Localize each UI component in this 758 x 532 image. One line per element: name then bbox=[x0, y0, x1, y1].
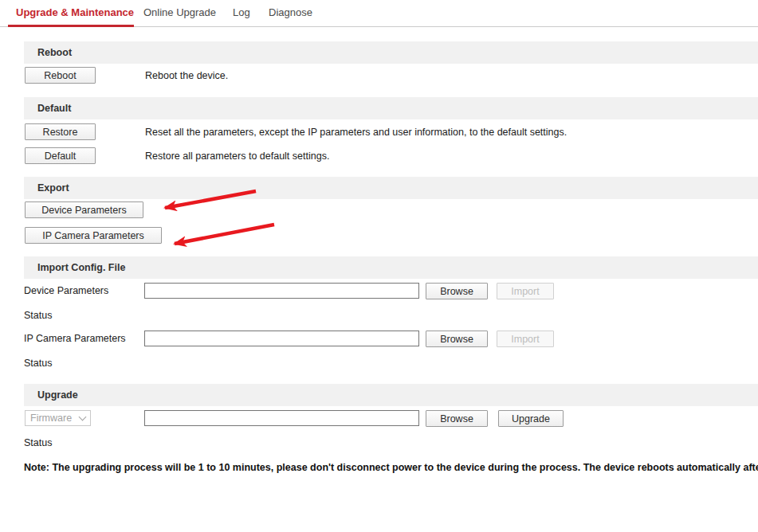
active-tab-underline bbox=[8, 25, 134, 27]
firmware-type-select-value: Firmware bbox=[30, 413, 72, 424]
export-ip-camera-parameters-button[interactable]: IP Camera Parameters bbox=[25, 227, 162, 244]
import-device-status-label: Status bbox=[24, 310, 52, 321]
upgrade-section-header: Upgrade bbox=[24, 384, 758, 406]
firmware-type-select[interactable]: Firmware bbox=[25, 410, 91, 426]
import-device-parameters-file-input[interactable] bbox=[144, 283, 419, 299]
reboot-section-title: Reboot bbox=[37, 47, 72, 58]
default-description: Restore all parameters to default settin… bbox=[145, 151, 329, 162]
export-section-title: Export bbox=[37, 182, 69, 194]
import-device-browse-button[interactable]: Browse bbox=[426, 283, 488, 299]
export-section-header: Export bbox=[24, 177, 758, 199]
import-device-parameters-label: Device Parameters bbox=[24, 285, 108, 296]
upgrade-note-text: Note: The upgrading process will be 1 to… bbox=[24, 462, 758, 473]
chevron-down-icon bbox=[79, 413, 87, 421]
import-ipc-status-label: Status bbox=[24, 358, 52, 369]
import-ipc-parameters-label: IP Camera Parameters bbox=[24, 333, 126, 344]
restore-button[interactable]: Restore bbox=[25, 123, 96, 140]
upgrade-maintenance-page: Upgrade & Maintenance Online Upgrade Log… bbox=[0, 0, 758, 532]
upgrade-status-label: Status bbox=[24, 437, 52, 448]
import-ipc-import-button[interactable]: Import bbox=[497, 331, 554, 347]
reboot-description: Reboot the device. bbox=[145, 70, 228, 81]
default-section-header: Default bbox=[24, 97, 758, 119]
reboot-section-header: Reboot bbox=[24, 41, 758, 64]
upgrade-section-title: Upgrade bbox=[37, 389, 78, 401]
upgrade-browse-button[interactable]: Browse bbox=[426, 410, 488, 427]
tab-diagnose[interactable]: Diagnose bbox=[269, 6, 312, 18]
import-ipc-browse-button[interactable]: Browse bbox=[426, 331, 488, 347]
import-config-section-header: Import Config. File bbox=[24, 256, 758, 279]
import-config-section-title: Import Config. File bbox=[37, 262, 125, 273]
default-button[interactable]: Default bbox=[25, 147, 96, 164]
default-section-title: Default bbox=[37, 103, 71, 114]
tab-log[interactable]: Log bbox=[233, 6, 250, 18]
tab-online-upgrade[interactable]: Online Upgrade bbox=[143, 6, 216, 18]
import-ipc-parameters-file-input[interactable] bbox=[144, 331, 419, 346]
export-device-parameters-button[interactable]: Device Parameters bbox=[25, 201, 143, 218]
annotation-arrow-ip-camera-parameters bbox=[175, 225, 274, 244]
import-device-import-button[interactable]: Import bbox=[497, 283, 554, 299]
tab-upgrade-maintenance[interactable]: Upgrade & Maintenance bbox=[16, 6, 134, 18]
reboot-button[interactable]: Reboot bbox=[25, 67, 96, 84]
upgrade-file-input[interactable] bbox=[144, 410, 419, 426]
restore-description: Reset all the parameters, except the IP … bbox=[145, 127, 567, 138]
upgrade-button[interactable]: Upgrade bbox=[498, 410, 564, 427]
